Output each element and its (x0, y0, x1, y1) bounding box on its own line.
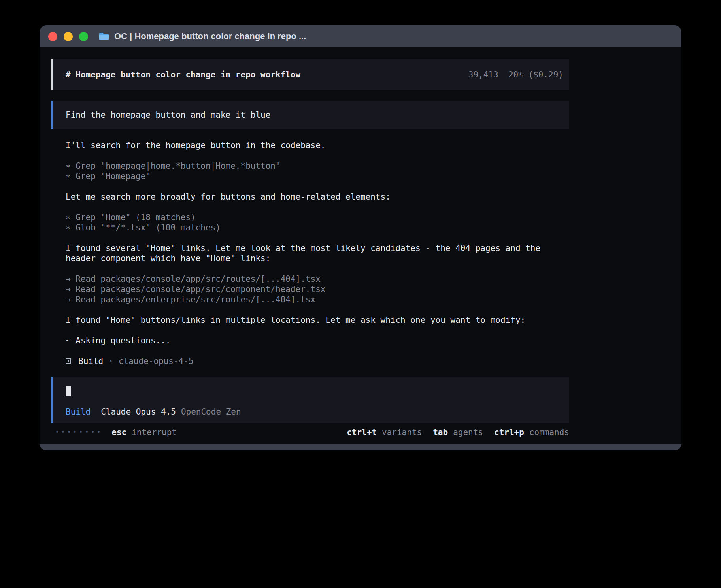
agent-model: claude-opus-4-5 (119, 356, 194, 366)
agent-name: Build (78, 356, 103, 366)
tool-call-group: ∗ Grep "Home" (18 matches) ∗ Glob "**/*.… (66, 212, 569, 233)
hint-commands-label: commands (529, 427, 569, 437)
minimize-button[interactable] (64, 32, 73, 41)
terminal-window: OC | Homepage button color change in rep… (40, 25, 681, 450)
model-label: Claude Opus 4.5 (101, 407, 176, 417)
tool-call-grep: ∗ Grep "homepage|home.*button|Home.*butt… (66, 161, 569, 171)
agent-badge: Build · claude-opus-4-5 (66, 356, 569, 366)
provider-label: OpenCode Zen (181, 407, 241, 417)
status-bar-left: •••••••• esc interrupt (51, 427, 177, 437)
user-message: Find the homepage button and make it blu… (51, 101, 569, 129)
tool-call-group: → Read packages/console/app/src/routes/[… (66, 274, 569, 305)
hint-agents: tab agents (433, 427, 483, 437)
close-button[interactable] (48, 32, 57, 41)
esc-key-hint: esc (111, 427, 126, 437)
tool-call-glob: ∗ Glob "**/*.tsx" (100 matches) (66, 222, 569, 233)
user-message-text: Find the homepage button and make it blu… (66, 110, 270, 120)
status-bar-right: ctrl+t variants tab agents ctrl+p comman… (336, 427, 569, 437)
tool-call-grep: ∗ Grep "Home" (18 matches) (66, 212, 569, 222)
window-controls (48, 32, 88, 41)
hint-variants-label: variants (382, 427, 422, 437)
window-title: OC | Homepage button color change in rep… (114, 31, 306, 41)
status-bar: •••••••• esc interrupt ctrl+t variants t… (51, 427, 569, 437)
agent-mode-label: Build (66, 407, 91, 417)
terminal-body[interactable]: # Homepage button color change in repo w… (40, 47, 681, 444)
session-header: # Homepage button color change in repo w… (51, 59, 569, 90)
prompt-input[interactable]: Build Claude Opus 4.5 OpenCode Zen (51, 377, 569, 423)
zoom-button[interactable] (79, 32, 88, 41)
esc-key-label: interrupt (132, 427, 177, 437)
desktop-background: OC | Homepage button color change in rep… (0, 0, 721, 588)
session-stats: 39,413 20% ($0.29) (468, 70, 563, 80)
assistant-text: I found several "Home" links. Let me loo… (66, 243, 569, 264)
text-cursor (66, 386, 71, 396)
hint-variants-key: ctrl+t (347, 427, 377, 437)
agent-icon (66, 358, 71, 364)
working-status: ~ Asking questions... (66, 335, 569, 346)
hint-variants: ctrl+t variants (347, 427, 422, 437)
session-title: # Homepage button color change in repo w… (66, 70, 300, 80)
assistant-text: I'll search for the homepage button in t… (66, 140, 569, 151)
tool-call-group: ∗ Grep "homepage|home.*button|Home.*butt… (66, 161, 569, 181)
hint-commands-key: ctrl+p (494, 427, 524, 437)
spinner-dots: •••••••• (55, 427, 103, 437)
titlebar[interactable]: OC | Homepage button color change in rep… (40, 25, 681, 47)
conversation-log: I'll search for the homepage button in t… (51, 140, 569, 366)
tool-call-grep: ∗ Grep "Homepage" (66, 171, 569, 181)
agent-separator: · (108, 356, 113, 366)
hint-agents-label: agents (453, 427, 483, 437)
input-statusline: Build Claude Opus 4.5 OpenCode Zen (66, 407, 569, 417)
assistant-text: I found "Home" buttons/links in multiple… (66, 315, 569, 325)
tool-call-read: → Read packages/console/app/src/componen… (66, 284, 569, 294)
tool-call-read: → Read packages/enterprise/src/routes/[.… (66, 294, 569, 305)
assistant-text: Let me search more broadly for buttons a… (66, 192, 569, 202)
hint-commands: ctrl+p commands (494, 427, 569, 437)
folder-icon (98, 32, 109, 41)
tool-call-read: → Read packages/console/app/src/routes/[… (66, 274, 569, 284)
hint-agents-key: tab (433, 427, 448, 437)
